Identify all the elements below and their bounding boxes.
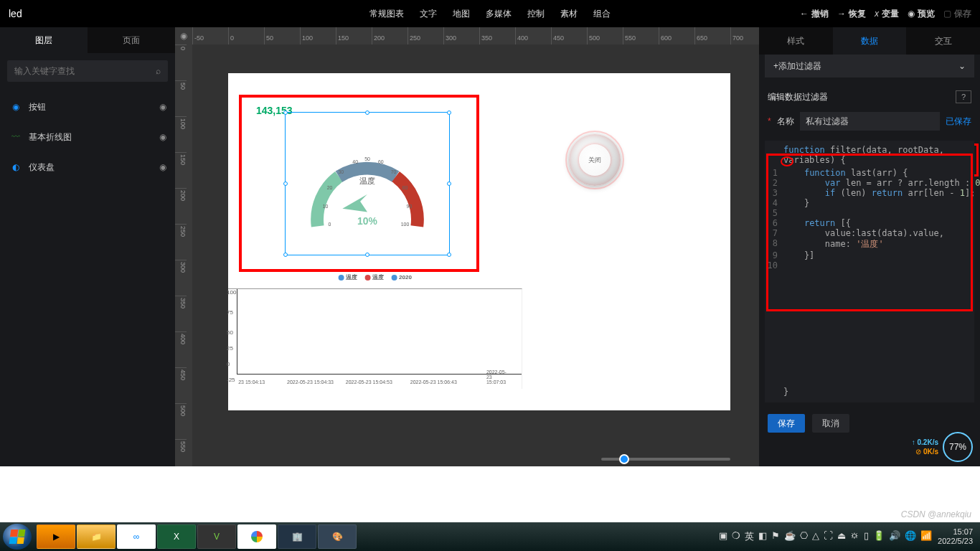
taskbar-app[interactable]: 🏢 <box>278 524 316 549</box>
tab-layers[interactable]: 图层 <box>0 27 88 53</box>
system-tray[interactable]: ▣❍英◧⚑☕⎔△⛶⏏⛭▯🔋🔊🌐📶 15:07 2022/5/23 <box>719 527 977 545</box>
resize-handle[interactable] <box>283 182 288 186</box>
project-title: led <box>9 8 22 19</box>
tab-data[interactable]: 数据 <box>833 27 907 55</box>
undo-button[interactable]: ← 撤销 <box>800 8 829 20</box>
save-button[interactable]: ▢ 保存 <box>943 8 971 20</box>
save-filter-button[interactable]: 保存 <box>768 414 805 433</box>
code-header: function filter(data, rootData, variable… <box>765 143 974 168</box>
gauge-chart: 01020 304050 607080 90100 温度 10% <box>286 113 449 255</box>
svg-marker-12 <box>342 194 367 212</box>
x-tick: 2022-05-23 15:07:03 <box>486 369 510 385</box>
network-meter: ↑ 0.2K/s ⊘ 0K/s 77% <box>912 432 973 462</box>
left-tabs: 图层 页面 <box>0 27 175 53</box>
resize-handle[interactable] <box>283 110 288 115</box>
tab-interact[interactable]: 交互 <box>906 27 980 55</box>
name-label: 名称 <box>777 116 794 128</box>
filter-title: 编辑数据过滤器 <box>768 91 828 103</box>
svg-text:70: 70 <box>391 169 397 174</box>
main-layout: 图层 页面 ⌕ ◉ 按钮 ◉ 〰 基本折线图 ◉ ◐ 仪表盘 ◉ <box>0 27 980 466</box>
layer-label: 仪表盘 <box>29 161 159 174</box>
search-input[interactable] <box>14 66 156 76</box>
code-editor[interactable]: function filter(data, rootData, variable… <box>765 141 974 402</box>
ruler-left: 050100150200250300350400450500550600 <box>175 44 192 466</box>
taskbar-app[interactable] <box>237 524 276 549</box>
zoom-thumb[interactable] <box>619 454 629 464</box>
zoom-slider[interactable] <box>601 458 730 461</box>
menu-media[interactable]: 多媒体 <box>486 8 512 20</box>
tray-icons[interactable]: ▣❍英◧⚑☕⎔△⛶⏏⛭▯🔋🔊🌐📶 <box>719 530 932 543</box>
svg-text:50: 50 <box>364 156 370 161</box>
taskbar-clock[interactable]: 15:07 2022/5/23 <box>938 527 973 545</box>
menu-text[interactable]: 文字 <box>420 8 437 20</box>
visibility-icon[interactable]: ◉ <box>159 162 166 172</box>
y-tick: 0 <box>227 361 230 367</box>
resize-handle[interactable] <box>447 253 451 257</box>
menu-map[interactable]: 地图 <box>453 8 470 20</box>
ruler-top: -500501001502002503003504004505005506006… <box>192 27 759 44</box>
add-filter-label: +添加过滤器 <box>773 60 821 72</box>
menu-group[interactable]: 组合 <box>593 8 611 20</box>
y-tick: 25 <box>227 345 233 352</box>
taskbar-app[interactable]: ▶ <box>37 524 75 549</box>
dial-button[interactable]: 关闭 <box>569 134 621 186</box>
left-panel: 图层 页面 ⌕ ◉ 按钮 ◉ 〰 基本折线图 ◉ ◐ 仪表盘 ◉ <box>0 27 175 466</box>
cancel-button[interactable]: 取消 <box>812 414 849 433</box>
canvas-area[interactable]: ◉ -5005010015020025030035040045050055060… <box>175 27 759 466</box>
help-button[interactable]: ? <box>956 90 971 103</box>
resize-handle[interactable] <box>447 182 451 186</box>
preview-button[interactable]: ◉ 预览 <box>908 8 935 20</box>
search-box[interactable]: ⌕ <box>7 60 168 82</box>
windows-taskbar[interactable]: ▶ 📁 ∞ X V 🏢 🎨 ▣❍英◧⚑☕⎔△⛶⏏⛭▯🔋🔊🌐📶 15:07 202… <box>0 522 980 551</box>
svg-text:40: 40 <box>352 159 358 164</box>
taskbar-app[interactable]: X <box>157 524 196 549</box>
tab-style[interactable]: 样式 <box>759 27 833 55</box>
saved-label: 已保存 <box>946 116 971 128</box>
layer-label: 按钮 <box>29 101 159 113</box>
taskbar-app[interactable]: 🎨 <box>318 524 357 549</box>
resize-handle[interactable] <box>283 253 288 257</box>
cpu-ring: 77% <box>943 432 973 462</box>
layer-list: ◉ 按钮 ◉ 〰 基本折线图 ◉ ◐ 仪表盘 ◉ <box>0 89 175 185</box>
filter-name-row: * 名称 已保存 <box>759 110 980 136</box>
taskbar-app[interactable]: ∞ <box>117 524 156 549</box>
layer-item-button[interactable]: ◉ 按钮 ◉ <box>0 92 175 122</box>
variables-button[interactable]: x 变量 <box>875 8 899 20</box>
y-tick: 100 <box>227 289 236 296</box>
add-filter-button[interactable]: +添加过滤器 ⌄ <box>765 55 974 77</box>
required-asterisk: * <box>768 116 771 126</box>
x-tick: 23 15:04:13 <box>238 380 265 385</box>
visibility-icon[interactable]: ◉ <box>159 102 166 112</box>
layer-label: 基本折线图 <box>29 131 159 143</box>
svg-text:60: 60 <box>378 159 384 164</box>
svg-text:20: 20 <box>327 185 333 190</box>
taskbar-app[interactable]: V <box>197 524 236 549</box>
layer-item-gauge[interactable]: ◐ 仪表盘 ◉ <box>0 152 175 182</box>
redo-button[interactable]: → 恢复 <box>837 8 866 20</box>
highlight-box-gauge: 143,153 <box>239 95 479 272</box>
resize-handle[interactable] <box>365 253 369 257</box>
tab-pages[interactable]: 页面 <box>88 27 175 53</box>
start-button[interactable] <box>3 524 32 550</box>
line-chart[interactable]: 温度 温度 2020 100 75 50 25 0 -25 23 15:04:1… <box>228 288 522 389</box>
right-tabs: 样式 数据 交互 <box>759 27 980 55</box>
resize-handle[interactable] <box>447 110 451 115</box>
visibility-icon[interactable]: ◉ <box>159 132 166 142</box>
taskbar-app[interactable]: 📁 <box>77 524 116 549</box>
menu-assets[interactable]: 素材 <box>560 8 578 20</box>
layer-item-linechart[interactable]: 〰 基本折线图 ◉ <box>0 122 175 152</box>
resize-handle[interactable] <box>365 110 369 115</box>
menu-chart[interactable]: 常规图表 <box>369 8 404 20</box>
design-page[interactable]: 143,153 <box>228 73 730 410</box>
canvas-content[interactable]: 143,153 <box>192 44 759 466</box>
dial-label: 关闭 <box>579 144 611 176</box>
menu-control[interactable]: 控制 <box>527 8 545 20</box>
svg-text:0: 0 <box>329 222 331 227</box>
search-icon: ⌕ <box>156 66 161 76</box>
filter-name-input[interactable] <box>800 112 940 131</box>
selection-gauge[interactable]: 01020 304050 607080 90100 温度 10% <box>285 112 450 255</box>
top-header: led 常规图表 文字 地图 多媒体 控制 素材 组合 ← 撤销 → 恢复 x … <box>0 0 980 27</box>
svg-text:温度: 温度 <box>359 176 375 185</box>
radio-icon: ◉ <box>9 102 23 112</box>
svg-text:80: 80 <box>402 185 408 190</box>
